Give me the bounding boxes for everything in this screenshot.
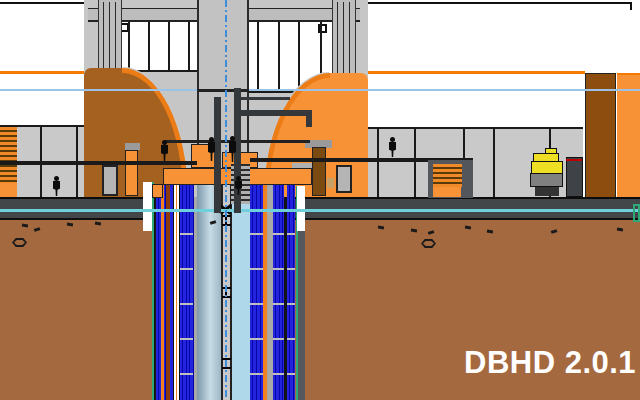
wall-line-right: [377, 129, 379, 198]
casing-rung: [180, 373, 193, 375]
blue-level-line: [0, 89, 640, 91]
person-body: [235, 181, 242, 195]
person-head: [390, 137, 395, 142]
person-body: [229, 141, 236, 162]
person-head: [162, 140, 167, 145]
casing-rung: [287, 268, 295, 270]
ground-surface-line: [0, 197, 640, 199]
panel-cap-left: [125, 143, 140, 150]
shaft-stripe-19: [298, 231, 306, 400]
casing-rung: [250, 338, 263, 340]
person-body: [53, 181, 60, 196]
tower-door-left: [102, 165, 118, 196]
person-silhouette: [159, 140, 170, 162]
mullion-right: [298, 22, 300, 91]
shaft-stripe-12: [250, 184, 263, 400]
cyan-slab-line: [0, 209, 640, 212]
person-silhouette: [227, 136, 238, 163]
central-column-cross-bar: [197, 89, 249, 92]
person-body: [161, 145, 168, 161]
derrick-tie-bar: [237, 97, 290, 100]
tower-line-right: [337, 2, 339, 83]
shaft-stripe-17: [287, 184, 295, 400]
casing-rung: [180, 338, 193, 340]
shaft-collar-left: [143, 182, 152, 231]
casing-rung: [180, 268, 193, 270]
window-strip-left: [122, 22, 197, 72]
orange-datum-line-right: [368, 71, 585, 74]
casing-rung: [287, 233, 295, 235]
boundary-bracket: [633, 204, 640, 222]
mullion-left: [148, 22, 150, 70]
person-body: [389, 142, 396, 157]
building-outline-corner: [630, 2, 632, 10]
person-head: [209, 137, 214, 142]
vehicle-wheels: [535, 187, 559, 196]
equipment-unit: [566, 157, 583, 197]
mullion-right: [278, 22, 280, 91]
casing-rung: [180, 233, 193, 235]
person-head: [230, 136, 235, 141]
casing-rung: [287, 303, 295, 305]
louver-panel-right: [433, 164, 462, 187]
casing-rung: [250, 268, 263, 270]
tower-door-right: [336, 165, 352, 193]
orange-datum-line-left: [0, 71, 84, 74]
casing-rung: [250, 233, 263, 235]
mullion-right: [257, 22, 259, 91]
casing-rung: [180, 303, 193, 305]
person-body: [208, 142, 215, 161]
mullion-left: [188, 22, 190, 70]
casing-rung: [287, 373, 295, 375]
wall-line-right: [493, 129, 495, 198]
shaft-stripe-15: [273, 184, 284, 400]
equipment-red-stripe: [566, 159, 582, 161]
casing-rung: [273, 338, 284, 340]
mullion-left: [128, 22, 130, 70]
shaft-stripe-3: [161, 184, 164, 400]
derrick-arm-end: [306, 116, 312, 127]
brown-door-right: [312, 147, 326, 196]
louver-panel-left: [0, 127, 17, 183]
borehole-centerline: [225, 0, 227, 398]
platform-block-left: [152, 184, 163, 198]
person-head: [236, 176, 241, 181]
casing-rung: [273, 303, 284, 305]
casing-rung: [250, 373, 263, 375]
louver-base-right: [433, 187, 461, 197]
person-silhouette: [233, 176, 244, 196]
louver-base-left: [0, 183, 17, 198]
casing-rung: [273, 268, 284, 270]
vehicle-chassis: [530, 173, 563, 187]
drawing-title: DBHD 2.0.1: [464, 345, 640, 381]
cad-drawing-viewport: DBHD 2.0.1: [0, 0, 640, 400]
mullion-left: [168, 22, 170, 70]
shaft-stripe-9: [197, 184, 221, 400]
person-head: [54, 176, 59, 181]
person-silhouette: [51, 176, 62, 197]
shaft-stripe-7: [180, 184, 194, 400]
tower-line-right: [343, 2, 345, 83]
orange-panel-left: [125, 150, 138, 196]
shaft-stripe-6: [173, 170, 180, 400]
casing-rung: [273, 233, 284, 235]
derrick-arm: [234, 110, 312, 116]
person-silhouette: [206, 137, 217, 162]
tower-line-right: [349, 2, 351, 83]
person-silhouette: [387, 137, 398, 158]
door-panel-detail: [327, 178, 334, 188]
casing-rung: [273, 373, 284, 375]
casing-rung: [250, 303, 263, 305]
brown-pylon-right: [585, 73, 616, 198]
wall-line-right: [414, 129, 416, 198]
casing-rung: [287, 338, 295, 340]
orange-pylon-right-edge: [617, 73, 640, 198]
